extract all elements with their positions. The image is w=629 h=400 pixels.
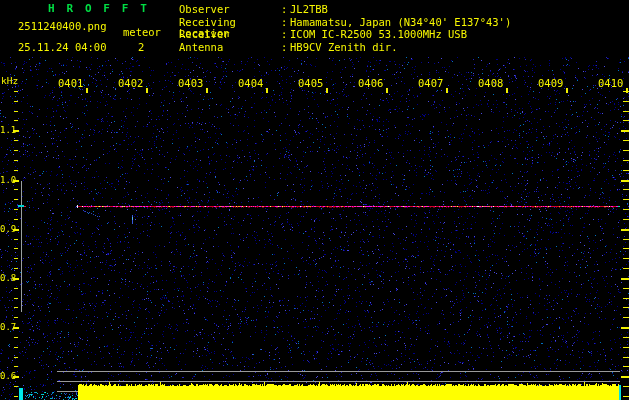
station-info-row: Antenna:HB9CV Zenith dir. [179, 42, 511, 55]
app-title: H R O F F T [48, 3, 149, 14]
time-tick-label: 0401 [58, 78, 83, 89]
time-tick-label: 0405 [298, 78, 323, 89]
time-tick-label: 0408 [478, 78, 503, 89]
frequency-axis-unit: kHz [1, 76, 18, 86]
info-label: Observer [179, 4, 281, 17]
info-value: HB9CV Zenith dir. [290, 42, 397, 55]
output-filename: 2511240400.png [18, 21, 107, 32]
info-value: JL2TBB [290, 4, 328, 17]
spectrogram-canvas [0, 0, 629, 400]
time-tick-label: 0403 [178, 78, 203, 89]
hrofft-screen: H R O F F T 2511240400.png meteor 25.11.… [0, 0, 629, 400]
freq-tick-label: 1.0 [0, 176, 14, 185]
info-label: Antenna [179, 42, 281, 55]
info-separator: : [281, 4, 290, 17]
freq-tick-label: 0.9 [0, 225, 14, 234]
freq-tick-label: 0.7 [0, 323, 14, 332]
info-separator: : [281, 42, 290, 55]
time-tick-label: 0404 [238, 78, 263, 89]
freq-tick-label: 0.6 [0, 372, 14, 381]
datetime-label: 25.11.24 04:00 [18, 42, 107, 53]
time-tick-label: 0407 [418, 78, 443, 89]
time-tick-label: 0406 [358, 78, 383, 89]
time-tick-label: 0410 [598, 78, 623, 89]
freq-tick-label: 0.8 [0, 274, 14, 283]
station-info-block: Observer:JL2TBBReceiving Location:Hamama… [179, 4, 511, 55]
echo-count: 2 [138, 42, 144, 53]
freq-tick-label: 1.1 [0, 126, 14, 135]
station-info-row: Observer:JL2TBB [179, 4, 511, 17]
time-tick-label: 0402 [118, 78, 143, 89]
time-tick-label: 0409 [538, 78, 563, 89]
mode-label: meteor [123, 27, 161, 38]
